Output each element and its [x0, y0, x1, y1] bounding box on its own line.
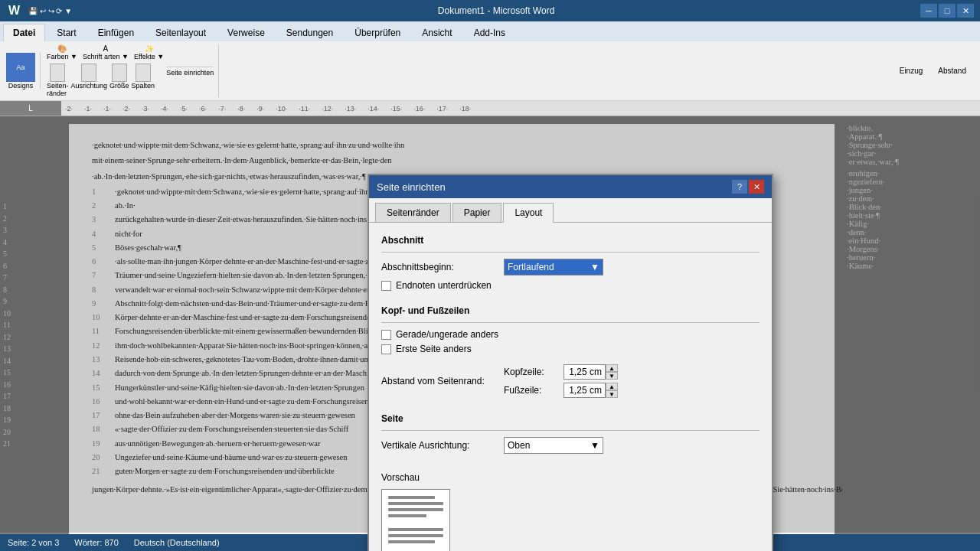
einzug-label: Einzug	[900, 67, 923, 75]
dialog-title-bar: Seite einrichten ? ✕	[369, 175, 772, 198]
effekte-icon: ✨	[145, 44, 154, 53]
dialog-title: Seite einrichten	[377, 181, 446, 193]
fusszeile-spinbox[interactable]: ▲ ▼	[564, 383, 618, 398]
word-logo: W	[6, 3, 22, 18]
seite-divider	[381, 430, 760, 431]
abschnittsbeginn-label: Abschnittsbeginn:	[381, 262, 504, 272]
groesse-icon	[112, 64, 127, 82]
ribbon-tabs: Datei Start Einfügen Seitenlayout Verwei…	[0, 21, 980, 41]
preview-line-6	[388, 534, 443, 537]
window-title: Dokument1 - Microsoft Word	[438, 5, 555, 16]
kopf-fuss-divider	[381, 322, 760, 323]
farben-button[interactable]: 🎨 Farben ▼	[47, 44, 77, 60]
dialog-title-controls: ? ✕	[732, 180, 764, 194]
tab-addins[interactable]: Add-Ins	[464, 24, 515, 41]
dialog-tab-seitenraender[interactable]: Seitenränder	[375, 203, 451, 222]
fusszeile-down[interactable]: ▼	[606, 390, 618, 398]
dialog-tab-papier[interactable]: Papier	[452, 203, 502, 222]
effekte-button[interactable]: ✨ Effekte ▼	[134, 44, 164, 60]
minimize-button[interactable]: ─	[920, 4, 937, 18]
vertikale-ausrichtung-label: Vertikale Ausrichtung:	[381, 440, 504, 451]
tab-seitenlayout[interactable]: Seitenlayout	[145, 24, 216, 41]
vorschau-section: Vorschau	[381, 472, 760, 551]
preview-gap	[388, 520, 443, 525]
ausrichtung-button[interactable]: Ausrichtung	[71, 64, 108, 97]
kopfzeile-down[interactable]: ▼	[606, 372, 618, 380]
fusszeile-row: Fußzeile: ▲ ▼	[504, 383, 618, 398]
fusszeile-spinbtns: ▲ ▼	[606, 383, 618, 398]
spacer4	[381, 458, 760, 466]
spalten-icon	[136, 64, 151, 82]
abstand-row: Abstand vom Seitenrand: Kopfzeile: ▲ ▼	[381, 364, 760, 398]
tab-sendungen[interactable]: Sendungen	[276, 24, 343, 41]
maximize-button[interactable]: □	[939, 4, 956, 18]
preview-line-4	[388, 514, 426, 517]
ruler-corner: L	[0, 101, 61, 116]
ruler: L ·2· ·1· ·1· ·2· ·3· ·4· ·5· ·6· ·7· ·8…	[0, 101, 980, 116]
tab-ueberpruefen[interactable]: Überprüfen	[345, 24, 410, 41]
dialog-tabs: Seitenränder Papier Layout	[369, 198, 772, 223]
tab-datei[interactable]: Datei	[3, 24, 45, 41]
fusszeile-label: Fußzeile:	[504, 385, 557, 396]
spacer2	[381, 358, 760, 364]
abschnitt-label: Abschnitt	[381, 235, 760, 246]
status-page: Seite: 2 von 3	[8, 538, 59, 547]
dialog-help-button[interactable]: ?	[732, 180, 747, 194]
kopfzeile-spinbox[interactable]: ▲ ▼	[564, 364, 618, 380]
vertikale-ausrichtung-arrow: ▼	[590, 440, 599, 451]
tab-einfuegen[interactable]: Einfügen	[88, 24, 144, 41]
seite-label: Seite	[381, 413, 760, 424]
ribbon-content: Aa Designs 🎨 Farben ▼ A Schrift arten ▼ …	[0, 41, 980, 100]
abstand-controls: Kopfzeile: ▲ ▼ Fußzeile:	[504, 364, 618, 398]
vertikale-ausrichtung-row: Vertikale Ausrichtung: Oben ▼	[381, 437, 760, 454]
groesse-button[interactable]: Größe	[109, 64, 129, 97]
close-button[interactable]: ✕	[957, 4, 974, 18]
ribbon: Datei Start Einfügen Seitenlayout Verwei…	[0, 21, 980, 101]
kopfzeile-up[interactable]: ▲	[606, 364, 618, 372]
abschnittsbeginn-value: Fortlaufend	[508, 262, 554, 272]
schriftarten-button[interactable]: A Schrift arten ▼	[83, 44, 129, 60]
kopfzeile-row: Kopfzeile: ▲ ▼	[504, 364, 618, 380]
ausrichtung-icon	[81, 64, 96, 82]
vorschau-preview	[381, 489, 450, 551]
gerade-ungerade-label: Gerade/ungerade anders	[396, 329, 498, 340]
abstand-label: Abstand vom Seitenrand:	[381, 376, 504, 386]
endnoten-checkbox[interactable]	[381, 281, 391, 291]
preview-line-2	[388, 502, 443, 505]
dialog-overlay: Seite einrichten ? ✕ Seitenränder Papier…	[0, 116, 980, 533]
erste-seite-label: Erste Seite anders	[396, 344, 472, 354]
title-bar-left: W 💾 ↩ ↪ ⟳ ▼	[6, 3, 72, 18]
seitenraender-icon	[50, 64, 65, 82]
abschnittsbeginn-row: Abschnittsbeginn: Fortlaufend ▼	[381, 259, 760, 276]
spalten-button[interactable]: Spalten	[132, 64, 155, 97]
tab-ansicht[interactable]: Ansicht	[412, 24, 462, 41]
gerade-ungerade-checkbox[interactable]	[381, 330, 391, 340]
schrift-icon: A	[103, 44, 109, 53]
fusszeile-up[interactable]: ▲	[606, 383, 618, 390]
kopfzeile-label: Kopfzeile:	[504, 367, 557, 377]
preview-gap2	[388, 546, 443, 551]
dialog-close-button[interactable]: ✕	[749, 180, 764, 194]
designs-icon: Aa	[6, 53, 35, 82]
seitenraender-button[interactable]: Seiten-ränder	[47, 64, 69, 97]
fusszeile-input[interactable]	[564, 383, 606, 398]
vertikale-ausrichtung-select[interactable]: Oben ▼	[504, 437, 603, 454]
gerade-ungerade-row: Gerade/ungerade anders	[381, 329, 760, 340]
abschnittsbeginn-arrow: ▼	[590, 262, 599, 272]
spacer1	[381, 295, 760, 302]
tab-verweise[interactable]: Verweise	[217, 24, 275, 41]
abschnittsbeginn-select[interactable]: Fortlaufend ▼	[504, 259, 603, 276]
abstand-label: Abstand	[938, 67, 966, 75]
title-bar: W 💾 ↩ ↪ ⟳ ▼ Dokument1 - Microsoft Word ─…	[0, 0, 980, 21]
erste-seite-checkbox[interactable]	[381, 344, 391, 354]
preview-line-3	[388, 508, 443, 511]
ribbon-group-seite: 🎨 Farben ▼ A Schrift arten ▼ ✨ Effekte ▼	[47, 44, 219, 97]
kopf-fuss-label: Kopf- und Fußzeilen	[381, 305, 760, 316]
dialog-body: Abschnitt Abschnittsbeginn: Fortlaufend …	[369, 223, 772, 551]
dialog-tab-layout[interactable]: Layout	[503, 203, 554, 223]
vorschau-content	[381, 486, 760, 551]
kopfzeile-input[interactable]	[564, 364, 606, 380]
ribbon-group-designs: Aa Designs	[6, 53, 41, 90]
vertikale-ausrichtung-value: Oben	[508, 440, 530, 451]
tab-start[interactable]: Start	[47, 24, 86, 41]
